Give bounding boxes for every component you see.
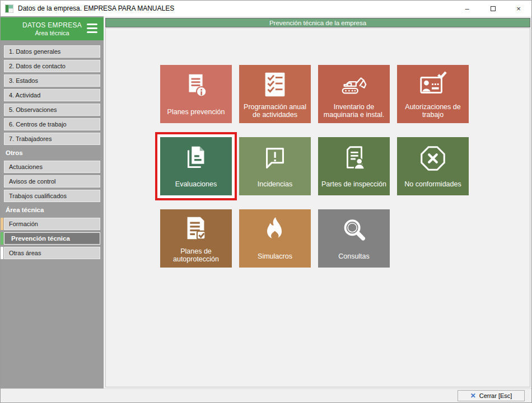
checklist-icon (239, 65, 311, 103)
sidebar-section-header: Área técnica (4, 204, 100, 215)
comment-exclamation-icon (239, 137, 311, 177)
cerrar-button[interactable]: ✕ Cerrar [Esc] (458, 390, 525, 401)
document-person-icon (318, 137, 390, 177)
sidebar-item-5-observaciones[interactable]: 5. Observaciones (4, 104, 100, 116)
tile-consultas[interactable]: Consultas (318, 209, 390, 268)
sidebar-items: 1. Datos generales 2. Datos de contacto … (1, 40, 104, 388)
sidebar-item-otras-areas[interactable]: Otras áreas (4, 247, 100, 259)
app-icon (5, 4, 13, 13)
sidebar-item-trabajos-cualificados[interactable]: Trabajos cualificados (4, 190, 100, 202)
tile-label: Evaluaciones (160, 177, 232, 195)
tile-label: Consultas (318, 249, 390, 268)
tile-no-conformidades[interactable]: No conformidades (397, 137, 469, 195)
tile-label: Inventario de maquinaria e instal. (318, 103, 390, 124)
sidebar-header[interactable]: DATOS EMPRESA Área técnica (1, 17, 104, 40)
document-info-icon (160, 65, 232, 105)
tile-label: Autorizaciones de trabajo (397, 103, 469, 124)
tile-inventario-de-maquinaria-e-instal[interactable]: Inventario de maquinaria e instal. (318, 65, 390, 123)
blue-x-icon: ✕ (470, 392, 476, 399)
tile-autorizaciones-de-trabajo[interactable]: Autorizaciones de trabajo (397, 65, 469, 123)
sidebar-item-3-estados[interactable]: 3. Estados (4, 74, 100, 87)
tile-label: Planes de autoprotección (160, 247, 232, 268)
content-panel: Planes prevención Programación anual de … (105, 28, 530, 387)
statusbar: ✕ Cerrar [Esc] (1, 388, 531, 402)
tile-label: Programación anual de actividades (239, 103, 311, 124)
document-check-icon (160, 209, 232, 247)
magnifier-icon (318, 209, 390, 249)
sidebar-item-4-actividad[interactable]: 4. Actividad (4, 89, 100, 101)
minimize-button[interactable]: – (454, 1, 480, 16)
tile-label: Simulacros (239, 249, 311, 268)
tile-planes-de-autoproteccion[interactable]: Planes de autoprotección (160, 209, 232, 268)
sidebar-subtitle: Área técnica (35, 30, 69, 36)
id-badge-check-icon (397, 65, 469, 103)
item-color-stripe (1, 218, 3, 230)
hamburger-icon[interactable] (87, 24, 97, 33)
sidebar-section-header: Otros (4, 147, 100, 158)
flame-icon (239, 209, 311, 249)
sidebar-item-actuaciones[interactable]: Actuaciones (4, 161, 100, 173)
titlebar: Datos de la empresa. EMPRESA PARA MANUAL… (1, 1, 531, 16)
documents-copy-icon (160, 137, 232, 177)
close-button[interactable]: × (506, 1, 531, 16)
tile-programacion-anual-de-actividades[interactable]: Programación anual de actividades (239, 65, 311, 123)
tile-incidencias[interactable]: Incidencias (239, 137, 311, 195)
sidebar-item-2-datos-de-contacto[interactable]: 2. Datos de contacto (4, 60, 100, 72)
sidebar-item-1-datos-generales[interactable]: 1. Datos generales (4, 45, 100, 58)
tile-planes-prevencion[interactable]: Planes prevención (160, 65, 232, 123)
tile-label: Incidencias (239, 177, 311, 195)
sidebar-item-7-trabajadores[interactable]: 7. Trabajadores (4, 133, 100, 145)
maximize-button[interactable] (480, 1, 506, 16)
sidebar-item-avisos-de-control[interactable]: Avisos de control (4, 175, 100, 188)
sidebar: DATOS EMPRESA Área técnica 1. Datos gene… (1, 16, 104, 388)
tile-label: Planes prevención (160, 105, 232, 123)
tile-partes-de-inspeccion[interactable]: Partes de inspección (318, 137, 390, 195)
cerrar-label: Cerrar [Esc] (479, 392, 512, 399)
sidebar-item-prevencion-tecnica[interactable]: Prevención técnica (4, 232, 100, 245)
section-header: Prevención técnica de la empresa (105, 18, 530, 27)
tile-simulacros[interactable]: Simulacros (239, 209, 311, 268)
tile-evaluaciones[interactable]: Evaluaciones (160, 137, 232, 195)
window-title: Datos de la empresa. EMPRESA PARA MANUAL… (18, 4, 174, 12)
item-color-stripe (1, 247, 3, 259)
tiles-grid: Planes prevención Programación anual de … (160, 65, 469, 268)
sidebar-item-formacion[interactable]: Formación (4, 218, 100, 230)
sidebar-item-6-centros-de-trabajo[interactable]: 6. Centros de trabajo (4, 118, 100, 130)
excavator-icon (318, 65, 390, 103)
sidebar-title: DATOS EMPRESA (22, 21, 82, 29)
octagon-x-icon (397, 137, 469, 177)
main-area: Prevención técnica de la empresa Planes … (104, 16, 531, 388)
item-color-stripe (1, 232, 3, 245)
tile-label: Partes de inspección (318, 177, 390, 195)
app-body: DATOS EMPRESA Área técnica 1. Datos gene… (1, 16, 531, 388)
app-window: Datos de la empresa. EMPRESA PARA MANUAL… (0, 0, 532, 403)
tile-label: No conformidades (397, 177, 469, 195)
window-controls: – × (454, 1, 531, 16)
